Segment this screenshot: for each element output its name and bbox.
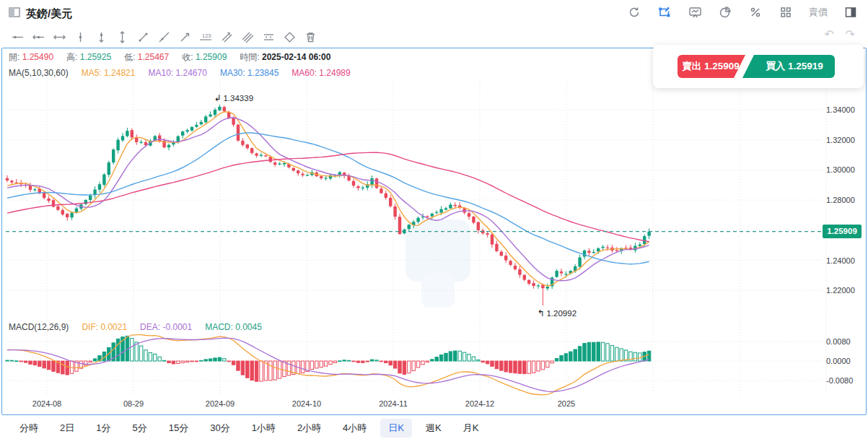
ma60-value: 1.24989 xyxy=(319,68,350,78)
trend-line-icon[interactable] xyxy=(136,30,150,44)
low-value: 1.25467 xyxy=(138,52,169,62)
drawing-toolbar: 123 xyxy=(10,27,317,46)
x-axis-label: 2024-08 xyxy=(17,399,77,408)
svg-text:123: 123 xyxy=(202,32,211,39)
price-label-icon[interactable]: 123 xyxy=(198,30,213,44)
timeframe-tabs: 分時2日1分5分15分30分1小時2小時4小時日K週K月K xyxy=(0,417,868,439)
trash-icon[interactable] xyxy=(303,30,317,44)
low-arrow-icon: ↰ xyxy=(537,308,544,318)
high-annotation: ↲1.34339 xyxy=(214,93,253,103)
tab-4小時[interactable]: 4小時 xyxy=(335,419,374,438)
x-axis-label: 2024-10 xyxy=(276,399,337,408)
ray-line-icon[interactable] xyxy=(157,30,171,44)
tab-週K[interactable]: 週K xyxy=(418,419,450,438)
parallel-lines-icon[interactable] xyxy=(219,30,234,44)
page-title: 英鎊/美元 xyxy=(26,7,72,21)
high-arrow-icon: ↲ xyxy=(214,93,221,103)
ohlc-legend: 開: 1.25490 高: 1.25925 低: 1.25467 收: 1.25… xyxy=(9,51,330,64)
pie-chart-icon[interactable] xyxy=(718,5,732,19)
chart-board-icon[interactable] xyxy=(688,5,702,19)
trade-panel: 賣出 1.25909 買入 1.25919 xyxy=(653,45,864,88)
x-axis-label: 2024-12 xyxy=(450,399,510,408)
symbol-panel-icon xyxy=(9,6,20,21)
close-value: 1.25909 xyxy=(196,52,227,62)
tab-日K[interactable]: 日K xyxy=(380,419,412,438)
price-axis-label: 1.32000 xyxy=(826,136,862,144)
high-value: 1.25925 xyxy=(80,52,111,62)
price-axis-label: 1.30000 xyxy=(826,165,862,174)
macd-axis-label: 0.0000 xyxy=(826,357,862,365)
refresh-icon[interactable] xyxy=(627,5,641,19)
redo-icon[interactable]: ↷ xyxy=(846,29,855,40)
x-axis-label: 2024-11 xyxy=(363,399,424,408)
price-axis-label: 1.28000 xyxy=(826,196,862,204)
sell-button[interactable]: 賣出 1.25909 xyxy=(679,60,742,73)
panel-right-icon[interactable] xyxy=(843,5,858,19)
ma5-value: 1.24821 xyxy=(104,68,135,78)
platform-watermark xyxy=(403,217,475,310)
tab-5分[interactable]: 5分 xyxy=(124,419,154,438)
price-axis-label: 1.24000 xyxy=(826,256,862,265)
tab-2小時[interactable]: 2小時 xyxy=(289,419,329,438)
dea-value: -0.0001 xyxy=(162,322,192,332)
horizontal-extended-icon[interactable] xyxy=(52,30,66,44)
parallel-channel-icon[interactable] xyxy=(240,30,255,44)
draw-mode-icon[interactable] xyxy=(657,5,672,19)
x-axis-label: 2025 xyxy=(536,399,597,408)
dif-value: 0.0021 xyxy=(100,322,127,332)
ma-legend: MA(5,10,30,60) MA5: 1.24821 MA10: 1.2467… xyxy=(9,68,351,78)
tab-1小時[interactable]: 1小時 xyxy=(244,419,284,438)
current-price-tag: 1.25909 xyxy=(823,225,862,238)
time-value: 2025-02-14 06:00 xyxy=(262,52,330,62)
horizontal-line-icon[interactable] xyxy=(10,30,25,44)
horizontal-parallels-icon[interactable] xyxy=(261,30,276,44)
grid-layout-icon[interactable] xyxy=(779,5,793,19)
undo-icon[interactable]: ↶ xyxy=(824,29,833,40)
horizontal-ray-icon[interactable] xyxy=(31,30,45,44)
tab-1分[interactable]: 1分 xyxy=(88,419,118,438)
header: 英鎊/美元 賣價 xyxy=(0,0,868,26)
eraser-icon[interactable] xyxy=(282,30,297,44)
price-axis-label: 1.22000 xyxy=(826,286,862,295)
tab-30分[interactable]: 30分 xyxy=(202,419,237,438)
percent-icon[interactable] xyxy=(748,5,763,19)
x-axis-label: 08-29 xyxy=(103,399,164,408)
open-value: 1.25490 xyxy=(22,52,53,62)
buy-button[interactable]: 買入 1.25919 xyxy=(760,60,829,73)
ma30-value: 1.23845 xyxy=(247,68,279,78)
tab-15分[interactable]: 15分 xyxy=(161,419,196,438)
tab-分時[interactable]: 分時 xyxy=(12,419,46,438)
vertical-ray-icon[interactable] xyxy=(94,30,108,44)
macd-axis-label: -0.0080 xyxy=(826,376,862,385)
arrow-line-icon[interactable] xyxy=(177,30,192,44)
tab-2日[interactable]: 2日 xyxy=(52,419,82,438)
macd-axis-label: 0.0080 xyxy=(826,337,862,346)
vertical-line-icon[interactable] xyxy=(73,30,87,44)
macd-legend: MACD(12,26,9) DIF: 0.0021 DEA: -0.0001 M… xyxy=(9,322,262,332)
macd-value: 0.0045 xyxy=(235,322,262,332)
x-axis-label: 2024-09 xyxy=(190,399,250,408)
price-axis-label: 1.34000 xyxy=(826,105,862,114)
tab-月K[interactable]: 月K xyxy=(455,419,487,438)
vertical-extended-icon[interactable] xyxy=(115,30,129,44)
ma10-value: 1.24670 xyxy=(176,68,207,78)
low-annotation: ↰1.20992 xyxy=(537,308,577,318)
sell-price-toggle[interactable]: 賣價 xyxy=(809,6,828,19)
